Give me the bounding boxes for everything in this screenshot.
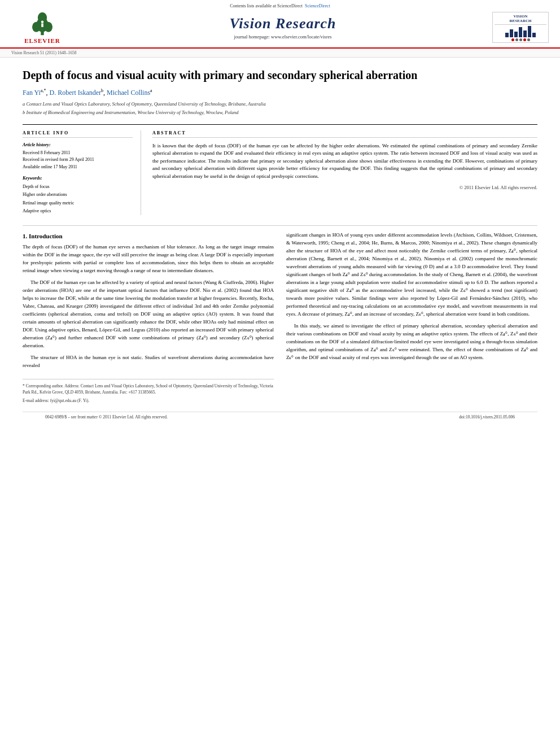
vr-logo-chart xyxy=(505,26,536,37)
journal-homepage: journal homepage: www.elsevier.com/locat… xyxy=(73,34,492,40)
received-date: Received 8 February 2011 xyxy=(23,150,133,157)
body-para-right-2: In this study, we aimed to investigate t… xyxy=(286,322,537,362)
header-top: Contents lists available at ScienceDirec… xyxy=(0,3,560,8)
elsevier-tree-icon xyxy=(25,11,59,36)
body-col-right: significant changes in HOA of young eyes… xyxy=(286,231,537,406)
section-divider xyxy=(23,225,537,226)
svg-point-5 xyxy=(41,21,44,24)
issn-text: 0042-6989/$ – see front matter © 2011 El… xyxy=(45,414,168,420)
footnotes: * Corresponding author. Address: Contact… xyxy=(23,379,274,404)
section1-heading: 1. Introduction xyxy=(23,233,274,239)
main-content: Depth of focus and visual acuity with pr… xyxy=(0,58,560,433)
article-info-abstract-section: ARTICLE INFO Article history: Received 8… xyxy=(23,124,537,216)
author-collins: Michael Collinsa xyxy=(107,89,152,97)
author-b-sup: b xyxy=(101,88,103,93)
author-collins-link[interactable]: Michael Collins xyxy=(107,89,150,97)
elsevier-text: ELSEVIER xyxy=(24,37,60,44)
sciencedirect-link[interactable]: ScienceDirect xyxy=(305,3,330,8)
available-date: Available online 17 May 2011 xyxy=(23,164,133,171)
affiliation-b: b Institute of Biomedical Engineering an… xyxy=(23,109,537,116)
keyword-2: Higher order aberrations xyxy=(23,191,133,199)
journal-name: Vision Research xyxy=(73,15,492,32)
body-para-right-1: significant changes in HOA of young eyes… xyxy=(286,231,537,318)
copyright-line: © 2011 Elsevier Ltd. All rights reserved… xyxy=(152,185,537,190)
vr-dot-2 xyxy=(515,38,518,41)
journal-title-block: Vision Research journal homepage: www.el… xyxy=(73,15,492,40)
keywords-label: Keywords: xyxy=(23,176,133,181)
vr-bar-2 xyxy=(510,29,513,37)
vr-dot-1 xyxy=(511,38,514,41)
abstract-column: ABSTRACT It is known that the depth of f… xyxy=(152,130,537,216)
vr-bar-5 xyxy=(523,30,527,37)
bottom-bar: 0042-6989/$ – see front matter © 2011 El… xyxy=(23,412,537,422)
author-a-sup: a,* xyxy=(41,88,46,93)
vr-bar-4 xyxy=(519,27,522,37)
vr-logo-title: VISIONRESEARCH xyxy=(495,14,546,25)
abstract-text: It is known that the depth of focus (DOF… xyxy=(152,142,537,181)
svg-point-3 xyxy=(45,22,53,32)
author-c-sup: a xyxy=(150,88,152,93)
svg-rect-6 xyxy=(41,24,43,27)
vr-dots xyxy=(511,38,530,41)
body-para-3: The structure of HOA in the human eye is… xyxy=(23,354,274,370)
vr-bar-7 xyxy=(532,33,536,37)
article-citation: Vision Research 51 (2011) 1648–1658 xyxy=(11,50,77,55)
article-info-label: ARTICLE INFO xyxy=(23,130,133,138)
header-main: ELSEVIER Vision Research journal homepag… xyxy=(0,11,560,47)
svg-point-2 xyxy=(32,22,40,32)
keyword-4: Adaptive optics xyxy=(23,207,133,215)
vr-dot-5 xyxy=(527,38,530,41)
footnote-email: E-mail address: fyi@qut.edu.au (F. Yi). xyxy=(23,397,274,404)
author-iskander-link[interactable]: D. Robert Iskander xyxy=(49,89,101,97)
body-columns: 1. Introduction The depth of focus (DOF)… xyxy=(23,231,537,406)
doi-text: doi:10.1016/j.visres.2011.05.006 xyxy=(459,414,515,420)
footnote-star: * Corresponding author. Address: Contact… xyxy=(23,383,274,396)
vr-bar-1 xyxy=(505,33,509,37)
keyword-3: Retinal image quality metric xyxy=(23,199,133,207)
body-col-left: 1. Introduction The depth of focus (DOF)… xyxy=(23,231,274,406)
abstract-label: ABSTRACT xyxy=(152,130,537,138)
affiliation-a: a Contact Lens and Visual Optics Laborat… xyxy=(23,101,537,108)
sciencedirect-label: Contents lists available at ScienceDirec… xyxy=(230,3,303,8)
journal-header: Contents lists available at ScienceDirec… xyxy=(0,0,560,49)
affiliations: a Contact Lens and Visual Optics Laborat… xyxy=(23,101,537,116)
article-title: Depth of focus and visual acuity with pr… xyxy=(23,68,537,82)
vr-dot-4 xyxy=(523,38,526,41)
vr-bar-6 xyxy=(528,26,531,37)
authors-line: Fan Yia,*, D. Robert Iskanderb, Michael … xyxy=(23,88,537,97)
article-info-column: ARTICLE INFO Article history: Received 8… xyxy=(23,130,141,216)
vr-dot-3 xyxy=(519,38,522,41)
footnote-email-text: E-mail address: fyi@qut.edu.au (F. Yi). xyxy=(23,398,89,403)
keyword-1: Depth of focus xyxy=(23,183,133,191)
revised-date: Received in revised form 29 April 2011 xyxy=(23,156,133,164)
body-para-2: The DOF of the human eye can be affected… xyxy=(23,279,274,350)
vision-research-logo: VISIONRESEARCH xyxy=(492,12,549,43)
elsevier-logo: ELSEVIER xyxy=(11,11,73,44)
article-info-bar: Vision Research 51 (2011) 1648–1658 xyxy=(0,49,560,58)
body-para-1: The depth of focus (DOF) of the human ey… xyxy=(23,243,274,275)
vr-bar-3 xyxy=(514,32,518,37)
author-fan-yi: Fan Yia,*, xyxy=(23,89,49,97)
author-iskander: D. Robert Iskanderb, xyxy=(49,89,107,97)
author-fan-yi-link[interactable]: Fan Yi xyxy=(23,89,41,97)
article-history-label: Article history: xyxy=(23,142,133,147)
